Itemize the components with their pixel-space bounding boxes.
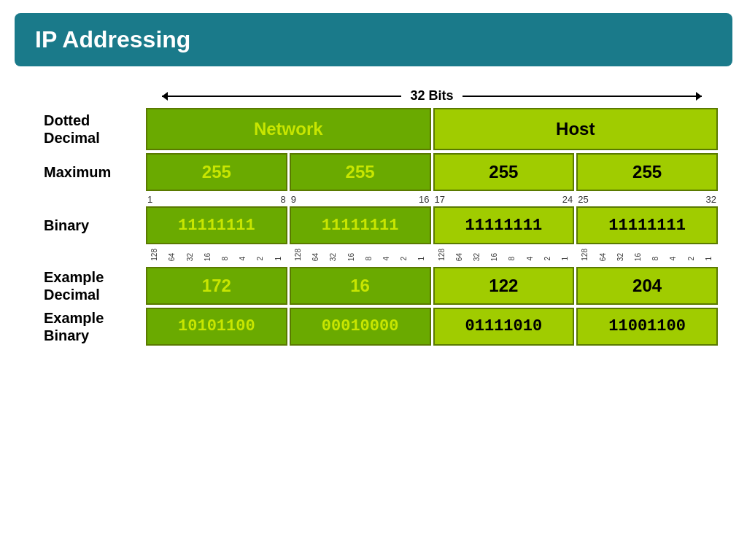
- cell-bin-2: 11111111: [290, 206, 431, 244]
- p3-4: 4: [527, 257, 534, 261]
- cell-max-1: 255: [146, 153, 287, 191]
- row-example-decimal: ExampleDecimal 172 16 122 204: [44, 267, 718, 305]
- p3-16: 16: [491, 253, 498, 261]
- diagram-table: DottedDecimal Network Host Maximum 255 2…: [44, 108, 718, 349]
- bit-start-2: 9: [291, 194, 296, 205]
- bit-end-3: 24: [562, 194, 573, 205]
- cell-bin-3: 11111111: [433, 206, 575, 244]
- p2-1: 1: [418, 257, 425, 261]
- cell-exb-3: 01111010: [433, 308, 575, 346]
- p4-128: 128: [581, 249, 589, 261]
- cell-host: Host: [433, 108, 719, 150]
- cells-example-binary: 10101100 00010000 01111010 11001100: [146, 308, 718, 346]
- cell-max-4: 255: [576, 153, 718, 191]
- p4-64: 64: [600, 253, 607, 261]
- page-title: IP Addressing: [35, 26, 190, 52]
- bits-arrow-row: 32 Bits: [146, 88, 718, 104]
- arrow-left: [162, 96, 401, 97]
- cell-max-3: 255: [433, 153, 575, 191]
- p3-1: 1: [562, 257, 569, 261]
- cell-exd-2: 16: [290, 267, 431, 305]
- bit-group-2: 9 16: [290, 194, 431, 205]
- cell-exd-3: 122: [433, 267, 575, 305]
- p3-128: 128: [438, 249, 446, 261]
- p1-64: 64: [169, 253, 176, 261]
- cell-exd-4: 204: [576, 267, 718, 305]
- p1-8: 8: [222, 257, 229, 261]
- p2-128: 128: [295, 249, 302, 261]
- p1-32: 32: [187, 253, 194, 261]
- bit-group-1: 1 8: [146, 194, 287, 205]
- header: IP Addressing: [15, 13, 732, 66]
- cell-exb-4: 11001100: [576, 308, 718, 346]
- label-dotted-decimal: DottedDecimal: [44, 108, 146, 150]
- cell-network: Network: [146, 108, 431, 150]
- p3-8: 8: [508, 257, 516, 261]
- power-group-4: 128 64 32 16 8 4 2 1: [576, 247, 718, 262]
- p2-16: 16: [348, 253, 355, 261]
- bit-start-3: 17: [435, 194, 445, 205]
- row-maximum: Maximum 255 255 255 255: [44, 153, 718, 191]
- p2-32: 32: [330, 253, 337, 261]
- p4-8: 8: [652, 257, 659, 261]
- power-spacer: [44, 247, 146, 262]
- p2-2: 2: [400, 257, 408, 261]
- cell-exb-2: 00010000: [290, 308, 431, 346]
- p2-64: 64: [312, 253, 320, 261]
- bit-numbers-spacer: [44, 194, 146, 205]
- cells-binary: 11111111 11111111 11111111 11111111: [146, 206, 718, 244]
- cells-maximum: 255 255 255 255: [146, 153, 718, 191]
- label-example-binary: ExampleBinary: [44, 308, 146, 346]
- cell-exd-1: 172: [146, 267, 287, 305]
- cell-max-2: 255: [290, 153, 431, 191]
- p1-16: 16: [204, 253, 212, 261]
- cells-example-decimal: 172 16 122 204: [146, 267, 718, 305]
- bits-arrow: 32 Bits: [162, 88, 702, 104]
- bit-numbers-cells: 1 8 9 16 17 24 25 32: [146, 194, 718, 205]
- p4-2: 2: [688, 257, 695, 261]
- arrow-right: [462, 96, 702, 97]
- p1-1: 1: [275, 257, 282, 261]
- bit-start-1: 1: [147, 194, 152, 205]
- cell-bin-4: 11111111: [576, 206, 718, 244]
- p4-32: 32: [617, 253, 624, 261]
- row-dotted-decimal: DottedDecimal Network Host: [44, 108, 718, 150]
- cell-bin-1: 11111111: [146, 206, 287, 244]
- bit-end-1: 8: [281, 194, 286, 205]
- p3-32: 32: [473, 253, 481, 261]
- row-example-binary: ExampleBinary 10101100 00010000 01111010…: [44, 308, 718, 346]
- p4-1: 1: [705, 257, 713, 261]
- cells-dotted-decimal: Network Host: [146, 108, 718, 150]
- power-group-1: 128 64 32 16 8 4 2 1: [146, 247, 287, 262]
- p3-2: 2: [544, 257, 551, 261]
- label-maximum: Maximum: [44, 153, 146, 191]
- bit-group-4: 25 32: [576, 194, 718, 205]
- p3-64: 64: [456, 253, 463, 261]
- p2-8: 8: [365, 257, 373, 261]
- bit-numbers-row: 1 8 9 16 17 24 25 32: [44, 194, 718, 205]
- p4-16: 16: [635, 253, 642, 261]
- power-row: 128 64 32 16 8 4 2 1 128 64 32 16 8 4 2: [44, 247, 718, 262]
- bit-end-4: 32: [706, 194, 716, 205]
- power-cells: 128 64 32 16 8 4 2 1 128 64 32 16 8 4 2: [146, 247, 718, 262]
- main-content: 32 Bits DottedDecimal Network Host Maxim…: [0, 66, 747, 363]
- power-group-2: 128 64 32 16 8 4 2 1: [290, 247, 431, 262]
- label-example-decimal: ExampleDecimal: [44, 267, 146, 305]
- label-binary: Binary: [44, 206, 146, 244]
- bit-group-3: 17 24: [433, 194, 575, 205]
- row-binary: Binary 11111111 11111111 11111111 111111…: [44, 206, 718, 244]
- power-group-3: 128 64 32 16 8 4 2 1: [433, 247, 575, 262]
- p2-4: 4: [383, 257, 390, 261]
- p4-4: 4: [670, 257, 677, 261]
- bits-label: 32 Bits: [401, 88, 462, 104]
- cell-exb-1: 10101100: [146, 308, 287, 346]
- bit-start-4: 25: [578, 194, 588, 205]
- bit-end-2: 16: [419, 194, 429, 205]
- p1-4: 4: [239, 257, 247, 261]
- p1-128: 128: [151, 249, 158, 261]
- p1-2: 2: [257, 257, 264, 261]
